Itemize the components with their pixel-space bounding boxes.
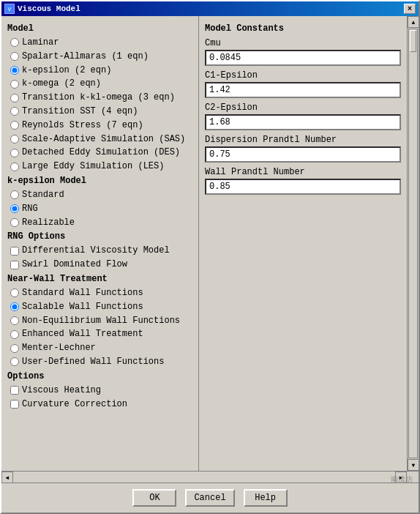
model-radio-group: Laminar Spalart-Allmaras (1 eqn) k-epsil…: [10, 37, 192, 173]
radio-enhanced-wall: Enhanced Wall Treatment: [10, 328, 192, 340]
dialog-body: Model Laminar Spalart-Allmaras (1 eqn) k…: [1, 16, 419, 513]
radio-detached-label: Detached Eddy Simulation (DES): [22, 146, 180, 159]
radio-scalable-wall-input[interactable]: [10, 302, 19, 311]
radio-spalart-label: Spalart-Allmaras (1 eqn): [22, 51, 149, 63]
radio-large: Large Eddy Simulation (LES): [10, 160, 192, 173]
radio-kepsilon: k-epsilon (2 eqn): [10, 64, 192, 77]
radio-large-label: Large Eddy Simulation (LES): [22, 160, 164, 173]
checkbox-swirl-input[interactable]: [10, 261, 19, 269]
radio-transition-kl-input[interactable]: [10, 94, 19, 103]
checkbox-curvature-label: Curvature Correction: [22, 398, 127, 411]
horizontal-scroll-track: [13, 472, 395, 483]
radio-scale: Scale-Adaptive Simulation (SAS): [10, 133, 192, 146]
radio-menter-input[interactable]: [10, 344, 19, 353]
radio-standard: Standard: [10, 189, 192, 201]
nearwall-radio-group: Standard Wall Functions Scalable Wall Fu…: [10, 287, 192, 368]
close-button[interactable]: ×: [404, 4, 416, 14]
checkbox-swirl: Swirl Dominated Flow: [10, 258, 192, 271]
checkbox-curvature-input[interactable]: [10, 400, 19, 409]
radio-scale-label: Scale-Adaptive Simulation (SAS): [22, 133, 185, 146]
kepsilon-radio-group: Standard RNG Realizable: [10, 189, 192, 228]
watermark: 南流坊: [391, 474, 413, 485]
cancel-button[interactable]: Cancel: [185, 489, 234, 507]
radio-enhanced-wall-input[interactable]: [10, 330, 19, 339]
radio-non-eq-wall: Non-Equilibrium Wall Functions: [10, 315, 192, 327]
radio-enhanced-wall-label: Enhanced Wall Treatment: [22, 328, 143, 340]
main-content: Model Laminar Spalart-Allmaras (1 eqn) k…: [1, 16, 419, 471]
kepsilon-section-title: k-epsilon Model: [7, 176, 192, 186]
radio-user-wall-label: User-Defined Wall Functions: [22, 356, 164, 368]
radio-non-eq-wall-input[interactable]: [10, 316, 19, 325]
radio-laminar: Laminar: [10, 37, 192, 49]
checkbox-curvature: Curvature Correction: [10, 398, 192, 411]
c2-epsilon-input[interactable]: [205, 114, 401, 130]
radio-komega-input[interactable]: [10, 80, 19, 89]
radio-standard-input[interactable]: [10, 190, 19, 199]
radio-rng: RNG: [10, 203, 192, 215]
radio-spalart: Spalart-Allmaras (1 eqn): [10, 51, 192, 63]
title-bar: V Viscous Model ×: [1, 1, 419, 16]
radio-transition-kl-label: Transition k-kl-omega (3 eqn): [22, 92, 175, 104]
scroll-left-arrow[interactable]: ◄: [1, 472, 13, 483]
scroll-down-arrow[interactable]: ▼: [408, 459, 419, 471]
options-checkboxes: Viscous Heating Curvature Correction: [10, 384, 192, 411]
dispersion-prandtl-input[interactable]: [205, 146, 401, 163]
dispersion-prandtl-label: Dispersion Prandtl Number: [205, 135, 401, 145]
rng-section-title: RNG Options: [7, 231, 192, 242]
scroll-up-arrow[interactable]: ▲: [408, 16, 419, 28]
wall-prandtl-input[interactable]: [205, 179, 401, 195]
radio-scalable-wall: Scalable Wall Functions: [10, 301, 192, 313]
help-button[interactable]: Help: [244, 489, 288, 507]
radio-detached-input[interactable]: [10, 149, 19, 157]
c2-epsilon-label: C2-Epsilon: [205, 103, 401, 113]
radio-realizable: Realizable: [10, 217, 192, 229]
checkbox-diff-viscosity-input[interactable]: [10, 247, 19, 256]
radio-komega: k-omega (2 eqn): [10, 78, 192, 90]
radio-standard-wall-input[interactable]: [10, 288, 19, 297]
radio-kepsilon-input[interactable]: [10, 66, 19, 75]
checkbox-viscous-heating-label: Viscous Heating: [22, 384, 101, 397]
radio-rng-input[interactable]: [10, 204, 19, 213]
right-panel: Model Constants Cmu C1-Epsilon C2-Epsilo…: [199, 16, 407, 471]
radio-large-input[interactable]: [10, 163, 19, 171]
vertical-scrollbar[interactable]: ▲ ▼: [407, 16, 419, 471]
options-section-title: Options: [7, 371, 192, 381]
checkbox-viscous-heating: Viscous Heating: [10, 384, 192, 397]
radio-reynolds-input[interactable]: [10, 121, 19, 130]
rng-checkboxes: Differential Viscosity Model Swirl Domin…: [10, 245, 192, 271]
model-constants-title: Model Constants: [205, 23, 401, 34]
nearwall-section-title: Near-Wall Treatment: [7, 274, 192, 284]
radio-laminar-label: Laminar: [22, 37, 59, 49]
radio-scalable-wall-label: Scalable Wall Functions: [22, 301, 143, 313]
radio-transition-sst-input[interactable]: [10, 107, 19, 116]
cmu-input[interactable]: [205, 50, 401, 66]
radio-realizable-input[interactable]: [10, 218, 19, 227]
c1-epsilon-label: C1-Epsilon: [205, 70, 401, 81]
radio-scale-input[interactable]: [10, 135, 19, 144]
wall-prandtl-label: Wall Prandtl Number: [205, 167, 401, 177]
cmu-label: Cmu: [205, 38, 401, 48]
radio-standard-wall: Standard Wall Functions: [10, 287, 192, 299]
c1-epsilon-input[interactable]: [205, 82, 401, 98]
ok-button[interactable]: OK: [132, 489, 176, 507]
button-bar: OK Cancel Help: [1, 483, 419, 513]
radio-transition-kl: Transition k-kl-omega (3 eqn): [10, 92, 192, 104]
window-title: Viscous Model: [18, 4, 80, 13]
checkbox-diff-viscosity-label: Differential Viscosity Model: [22, 245, 170, 257]
radio-menter: Menter-Lechner: [10, 342, 192, 354]
radio-standard-wall-label: Standard Wall Functions: [22, 287, 143, 299]
checkbox-swirl-label: Swirl Dominated Flow: [22, 258, 127, 271]
radio-laminar-input[interactable]: [10, 38, 19, 47]
radio-user-wall: User-Defined Wall Functions: [10, 356, 192, 368]
scroll-thumb[interactable]: [410, 30, 416, 52]
radio-non-eq-wall-label: Non-Equilibrium Wall Functions: [22, 315, 180, 327]
model-section-title: Model: [7, 23, 192, 34]
left-panel: Model Laminar Spalart-Allmaras (1 eqn) k…: [1, 16, 199, 471]
title-bar-left: V Viscous Model: [4, 4, 80, 14]
horizontal-scrollbar-container: ◄ ►: [1, 471, 419, 483]
radio-realizable-label: Realizable: [22, 217, 75, 229]
radio-user-wall-input[interactable]: [10, 357, 19, 366]
checkbox-viscous-heating-input[interactable]: [10, 386, 19, 395]
radio-spalart-input[interactable]: [10, 52, 19, 61]
scroll-thumb-area: [408, 29, 418, 458]
